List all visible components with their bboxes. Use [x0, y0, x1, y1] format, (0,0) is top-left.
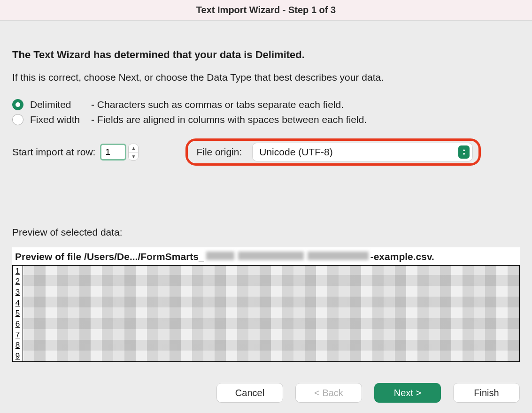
window-title: Text Import Wizard - Step 1 of 3 — [196, 5, 336, 15]
row-number: 7 — [13, 329, 23, 340]
redacted-text — [308, 252, 369, 260]
preview-file-suffix: -example.csv. — [370, 251, 434, 262]
row-number: 3 — [13, 287, 23, 298]
start-row-stepper[interactable]: ▲ ▼ — [128, 144, 139, 161]
file-origin-label: File origin: — [196, 146, 242, 158]
preview-grid[interactable]: 1 2 3 4 5 6 7 8 9 — [12, 265, 520, 362]
data-type-group: Delimited - Characters such as commas or… — [12, 99, 520, 125]
file-origin-value: Unicode (UTF-8) — [259, 146, 332, 158]
radio-delimited[interactable] — [12, 99, 23, 110]
start-row-label: Start import at row: — [12, 146, 95, 158]
preview-row-numbers: 1 2 3 4 5 6 7 8 9 — [13, 266, 23, 361]
redacted-text — [238, 252, 304, 260]
preview-label: Preview of selected data: — [12, 227, 520, 238]
title-bar: Text Import Wizard - Step 1 of 3 — [0, 0, 532, 21]
preview-file-header: Preview of file /Users/De.../FormSmarts_… — [12, 247, 520, 265]
next-button[interactable]: Next > — [374, 383, 441, 403]
chevron-up-icon[interactable]: ▲ — [129, 144, 138, 153]
file-origin-select[interactable]: Unicode (UTF-8) ▲▼ — [252, 143, 473, 161]
delimited-label: Delimited — [30, 99, 91, 110]
row-number: 5 — [13, 308, 23, 319]
updown-icon: ▲▼ — [458, 145, 470, 159]
start-row-input[interactable] — [100, 144, 126, 161]
start-row-control: ▲ ▼ — [100, 144, 139, 161]
finish-button[interactable]: Finish — [453, 383, 520, 403]
sub-heading: If this is correct, choose Next, or choo… — [12, 70, 520, 84]
wizard-content: The Text Wizard has determined that your… — [0, 21, 532, 373]
preview-file-prefix: Preview of file /Users/De.../FormSmarts_ — [15, 251, 204, 262]
main-heading: The Text Wizard has determined that your… — [12, 49, 520, 61]
fixed-width-desc: - Fields are aligned in columns with spa… — [91, 114, 367, 125]
fixed-width-label: Fixed width — [30, 114, 91, 125]
wizard-window: Text Import Wizard - Step 1 of 3 The Tex… — [0, 0, 532, 413]
redacted-text — [206, 252, 234, 260]
row-number: 6 — [13, 319, 23, 330]
preview-pixelated-data — [23, 266, 519, 361]
option-fixed-width[interactable]: Fixed width - Fields are aligned in colu… — [12, 114, 520, 125]
row-number: 9 — [13, 351, 23, 362]
row-number: 1 — [13, 266, 23, 276]
option-delimited[interactable]: Delimited - Characters such as commas or… — [12, 99, 520, 110]
row-number: 2 — [13, 276, 23, 287]
row-number: 4 — [13, 298, 23, 308]
file-origin-highlight: File origin: Unicode (UTF-8) ▲▼ — [185, 138, 481, 166]
wizard-footer: Cancel < Back Next > Finish — [0, 373, 532, 413]
row-controls: Start import at row: ▲ ▼ File origin: Un… — [12, 138, 520, 166]
cancel-button[interactable]: Cancel — [216, 383, 283, 403]
delimited-desc: - Characters such as commas or tabs sepa… — [91, 99, 344, 110]
back-button[interactable]: < Back — [295, 383, 362, 403]
row-number: 8 — [13, 340, 23, 351]
chevron-down-icon[interactable]: ▼ — [129, 153, 138, 161]
radio-fixed-width[interactable] — [12, 114, 23, 125]
